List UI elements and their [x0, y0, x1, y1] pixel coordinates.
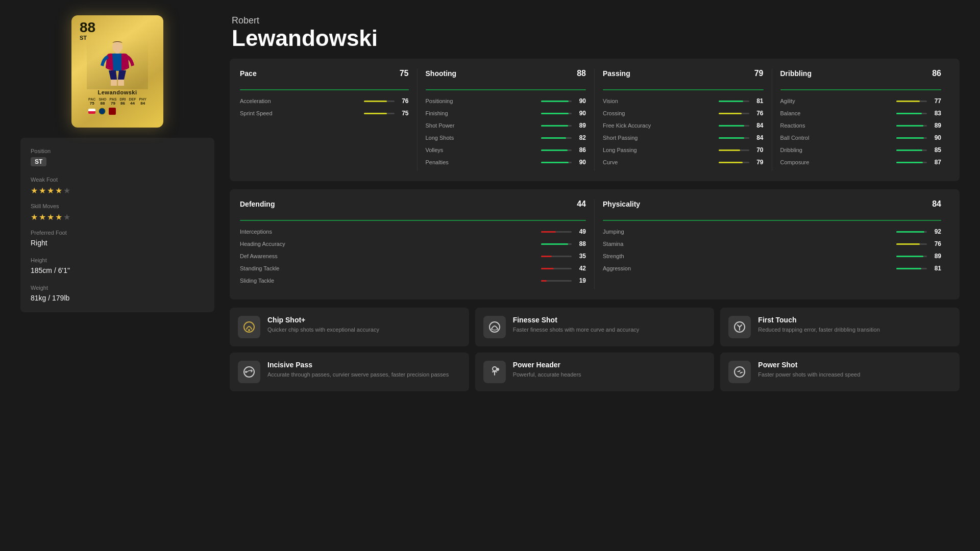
stat-value: 19	[575, 277, 586, 284]
playstyle-card-finesse: Finesse Shot Faster finesse shots with m…	[475, 308, 715, 346]
stat-row: Free Kick Accuracy 84	[603, 122, 764, 129]
stat-row: Long Shots 82	[426, 134, 586, 141]
stat-bar-container	[896, 231, 927, 233]
preferred-foot-value: Right	[31, 239, 204, 247]
category-value: 86	[932, 69, 941, 78]
player-name-header: Robert Lewandowski	[230, 15, 960, 51]
skill-moves-info: Skill Moves ★ ★ ★ ★ ★	[31, 203, 204, 219]
stat-row: Crossing 76	[603, 110, 764, 117]
playstyle-icon-wrapper	[728, 361, 751, 383]
height-info: Height 185cm / 6'1"	[31, 257, 204, 274]
stat-name: Composure	[780, 159, 894, 165]
category-name: Passing	[603, 69, 630, 78]
stat-bar-container	[541, 162, 572, 163]
playstyle-text: First Touch Reduced trapping error, fast…	[758, 316, 879, 334]
stat-name: Curve	[603, 159, 716, 165]
stat-bar-container	[719, 149, 749, 151]
stat-value: 84	[752, 122, 764, 129]
height-label: Height	[31, 257, 204, 263]
playstyle-card-powershot: Power Shot Faster power shots with incre…	[720, 353, 960, 391]
playstyle-card-firsttouch: First Touch Reduced trapping error, fast…	[720, 308, 960, 346]
star-4: ★	[55, 186, 62, 193]
stat-row: Stamina 76	[603, 240, 941, 247]
star-5: ★	[63, 186, 70, 193]
playstyle-card-pass: Incisive Pass Accurate through passes, c…	[230, 353, 469, 391]
playstyle-icon-wrapper	[483, 361, 506, 383]
stat-value: 42	[575, 265, 586, 272]
stat-bar	[541, 280, 547, 282]
stat-value: 86	[575, 146, 586, 154]
stat-value: 81	[752, 97, 764, 105]
category-name: Dribbling	[780, 69, 812, 78]
stat-bar	[896, 137, 924, 139]
stat-name: Standing Tackle	[240, 265, 538, 271]
playstyle-name: Power Shot	[758, 361, 860, 369]
stat-bar-container	[541, 101, 572, 102]
category-divider	[240, 220, 586, 221]
stat-row: Acceleration 76	[240, 97, 409, 105]
stat-bar	[541, 149, 568, 151]
stat-row: Heading Accuracy 88	[240, 240, 586, 247]
category-divider	[780, 89, 942, 90]
stat-bar	[541, 137, 566, 139]
category-header: Dribbling 86	[780, 69, 942, 82]
stat-value: 77	[930, 97, 941, 105]
svg-point-11	[496, 368, 499, 371]
stat-bar-container	[719, 137, 749, 139]
playstyle-name: Incisive Pass	[267, 361, 449, 369]
playstyle-card-chip: Chip Shot+ Quicker chip shots with excep…	[230, 308, 469, 346]
category-divider	[426, 89, 586, 90]
stat-value: 75	[398, 110, 409, 117]
stat-category-physicality: Physicality 84 Jumping 92 Stamina 76	[595, 199, 949, 289]
stat-bar	[541, 268, 554, 269]
playstyle-icon-wrapper	[238, 361, 260, 383]
league-badge	[109, 108, 116, 115]
stat-bar	[719, 113, 742, 114]
skill-moves-label: Skill Moves	[31, 203, 204, 209]
weak-foot-stars: ★ ★ ★ ★ ★	[31, 186, 204, 193]
stat-row: Agility 77	[780, 97, 942, 105]
stat-category-defending: Defending 44 Interceptions 49 Heading Ac…	[240, 199, 595, 289]
stat-bar-container	[541, 149, 572, 151]
stat-row: Finishing 90	[426, 110, 586, 117]
stat-name: Balance	[780, 110, 894, 116]
star-3: ★	[47, 186, 54, 193]
stat-bar-container	[364, 113, 395, 114]
stat-value: 84	[752, 134, 764, 141]
stat-row: Penalties 90	[426, 159, 586, 166]
stat-bar	[896, 256, 923, 257]
category-name: Physicality	[603, 200, 640, 208]
playstyle-text: Incisive Pass Accurate through passes, c…	[267, 361, 449, 379]
stat-bar-container	[541, 231, 572, 233]
position-badge: ST	[31, 157, 46, 166]
stat-bar-container	[719, 101, 749, 102]
stat-name: Heading Accuracy	[240, 241, 538, 247]
weight-info: Weight 81kg / 179lb	[31, 285, 204, 302]
svg-point-5	[248, 329, 250, 331]
stat-name: Jumping	[603, 229, 893, 235]
playstyle-desc: Reduced trapping error, faster dribbling…	[758, 326, 879, 334]
category-name: Defending	[240, 200, 275, 208]
stat-value: 70	[752, 146, 764, 154]
player-card-area: 88 ST	[20, 15, 214, 128]
stat-bar-container	[896, 101, 927, 102]
stat-category-dribbling: Dribbling 86 Agility 77 Balance 83	[772, 69, 950, 171]
playstyle-name: Finesse Shot	[513, 316, 640, 324]
stat-name: Stamina	[603, 241, 893, 247]
height-value: 185cm / 6'1"	[31, 266, 204, 274]
stat-bar	[364, 101, 387, 102]
stat-bar	[719, 137, 744, 139]
stat-bar	[896, 231, 924, 233]
stat-bar-container	[719, 162, 749, 163]
stat-bar	[896, 125, 923, 127]
stat-value: 76	[752, 110, 764, 117]
stat-name: Penalties	[426, 159, 538, 165]
stat-bar-container	[719, 125, 749, 127]
card-stats-row: PAC75 SHO88 PAS79 DRI86 DEF44 PHY84	[88, 97, 146, 106]
stat-row: Balance 83	[780, 110, 942, 117]
svg-point-6	[489, 322, 500, 332]
info-panel: Position ST Weak Foot ★ ★ ★ ★ ★ Skill Mo…	[20, 138, 214, 312]
stat-row: Curve 79	[603, 159, 764, 166]
playstyle-desc: Accurate through passes, curvier swerve …	[267, 371, 449, 379]
stat-value: 90	[930, 134, 941, 141]
